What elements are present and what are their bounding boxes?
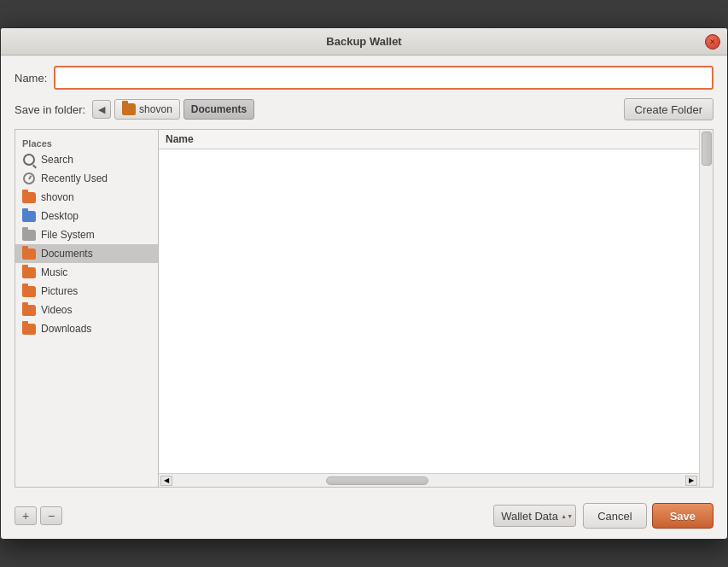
close-button[interactable]: [705, 34, 720, 50]
sidebar-pictures-label: Pictures: [41, 285, 78, 297]
sidebar-item-file-system[interactable]: File System: [15, 225, 158, 244]
scrollbar-thumb[interactable]: [702, 132, 712, 166]
file-panel: Name ◀ ▶: [159, 130, 699, 487]
create-folder-button[interactable]: Create Folder: [624, 98, 713, 120]
shovon-folder-icon: [22, 190, 36, 204]
sidebar-documents-label: Documents: [41, 248, 93, 260]
recent-icon: [22, 172, 36, 185]
sidebar-search-label: Search: [41, 154, 73, 166]
horizontal-scrollbar[interactable]: ◀ ▶: [159, 473, 699, 487]
sidebar-downloads-label: Downloads: [41, 323, 91, 335]
sidebar-item-music[interactable]: Music: [15, 263, 158, 282]
sidebar-item-shovon[interactable]: shovon: [15, 188, 158, 207]
back-button[interactable]: ◀: [92, 100, 111, 119]
bottom-bar: + − Wallet Data All Files Cancel Save: [1, 496, 727, 539]
vertical-scrollbar[interactable]: [699, 130, 713, 487]
bottom-left: + −: [15, 506, 62, 525]
breadcrumb-shovon-label: shovon: [139, 103, 172, 115]
action-buttons: Cancel Save: [583, 503, 713, 529]
places-header: Places: [15, 135, 158, 150]
videos-folder-icon: [22, 303, 36, 317]
h-scroll-left[interactable]: ◀: [160, 476, 172, 486]
dialog-window: Backup Wallet Name: Save in folder: ◀ sh…: [0, 27, 728, 540]
breadcrumb-documents[interactable]: Documents: [183, 99, 254, 120]
sidebar-item-pictures[interactable]: Pictures: [15, 282, 158, 301]
bottom-right: Wallet Data All Files Cancel Save: [493, 503, 713, 529]
remove-bookmark-button[interactable]: −: [40, 506, 62, 525]
sidebar-item-downloads[interactable]: Downloads: [15, 319, 158, 338]
sidebar: Places Search Recently Used: [15, 130, 159, 487]
name-row: Name:: [15, 66, 713, 90]
desktop-folder-icon: [22, 209, 36, 223]
name-input[interactable]: [54, 66, 713, 90]
dialog-title: Backup Wallet: [326, 35, 401, 48]
title-bar: Backup Wallet: [1, 28, 727, 56]
sidebar-recently-used-label: Recently Used: [41, 172, 108, 184]
filesystem-folder-icon: [22, 228, 36, 242]
name-label: Name:: [15, 72, 47, 85]
file-panel-header: Name: [159, 130, 699, 149]
music-folder-icon: [22, 266, 36, 279]
name-column-header: Name: [166, 133, 194, 145]
documents-folder-icon: [22, 247, 36, 260]
h-scroll-thumb[interactable]: [326, 476, 428, 485]
pictures-folder-icon: [22, 284, 36, 298]
save-in-row: Save in folder: ◀ shovon Documents Creat…: [15, 98, 713, 120]
cancel-button[interactable]: Cancel: [583, 503, 646, 529]
breadcrumb-documents-label: Documents: [191, 103, 247, 115]
sidebar-item-videos[interactable]: Videos: [15, 301, 158, 319]
sidebar-filesystem-label: File System: [41, 229, 95, 241]
type-selector-wrapper: Wallet Data All Files: [493, 505, 576, 527]
search-icon: [22, 153, 36, 167]
type-selector[interactable]: Wallet Data All Files: [493, 505, 576, 527]
breadcrumb-shovon-icon: [122, 103, 136, 115]
sidebar-item-search[interactable]: Search: [15, 150, 158, 169]
save-button[interactable]: Save: [652, 503, 713, 529]
add-bookmark-button[interactable]: +: [15, 506, 37, 525]
main-panel: Places Search Recently Used: [15, 129, 713, 488]
sidebar-music-label: Music: [41, 266, 67, 278]
h-scroll-right[interactable]: ▶: [685, 476, 697, 486]
sidebar-shovon-label: shovon: [41, 191, 74, 203]
h-scroll-track: [172, 476, 685, 486]
sidebar-desktop-label: Desktop: [41, 210, 79, 222]
scrollbar-track: [701, 130, 713, 487]
sidebar-item-desktop[interactable]: Desktop: [15, 207, 158, 225]
sidebar-videos-label: Videos: [41, 304, 72, 316]
sidebar-item-documents[interactable]: Documents: [15, 244, 158, 263]
sidebar-item-recently-used[interactable]: Recently Used: [15, 169, 158, 188]
dialog-content: Name: Save in folder: ◀ shovon Documents…: [1, 56, 727, 488]
file-panel-content[interactable]: [159, 149, 699, 473]
breadcrumb-shovon[interactable]: shovon: [114, 99, 180, 120]
downloads-folder-icon: [22, 322, 36, 336]
save-in-label: Save in folder:: [15, 103, 85, 116]
